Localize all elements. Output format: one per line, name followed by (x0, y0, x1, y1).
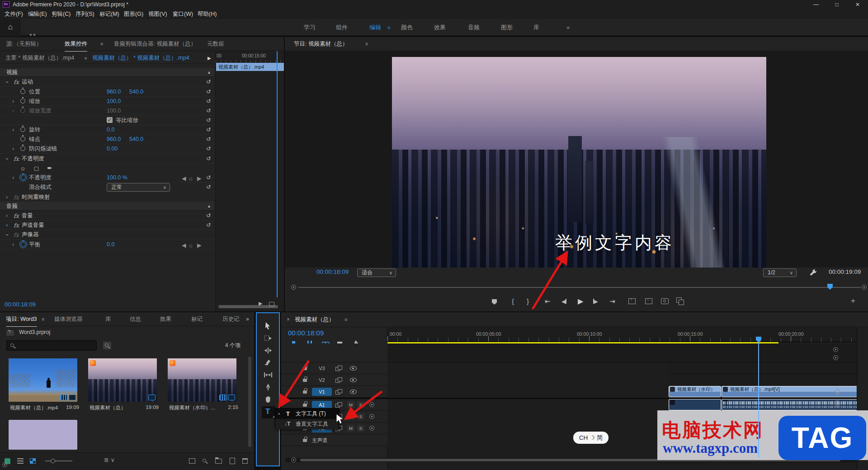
menu-item-type-tool[interactable]: ▪ T 文字工具 (T) (275, 409, 339, 419)
reset-icon[interactable]: ↺ (206, 183, 211, 192)
ec-row-balance[interactable]: › 平衡 0.0 ◀ ◇ ▶ (0, 240, 214, 249)
value-x[interactable]: 960.0 (107, 87, 121, 97)
watermark-video-clip[interactable]: 视频素材（水印） (669, 386, 721, 397)
trash-icon[interactable] (242, 458, 248, 464)
track-header-master[interactable]: 主声道 (281, 434, 387, 446)
tab-media-browser[interactable]: 媒体浏览器 (54, 312, 83, 326)
ec-mini-timeline[interactable]: 00 00:00:15:00 视频素材（总）.mp4 (215, 51, 284, 311)
ec-section-video[interactable]: 视频 ▲ (0, 68, 214, 77)
mark-in-icon[interactable]: { (512, 297, 514, 305)
search-input[interactable] (6, 340, 97, 351)
program-current-timecode[interactable]: 00:00:18:09 (316, 268, 349, 275)
reset-icon[interactable]: ↺ (206, 154, 211, 164)
chevron-down-icon[interactable]: ∨ (84, 52, 87, 64)
solo-button[interactable]: S (357, 413, 364, 420)
clip-thumbnail[interactable] (168, 358, 236, 402)
audio-badge-icon[interactable] (69, 395, 76, 400)
timeline-tab[interactable]: 视频素材（总） (295, 312, 335, 327)
project-root-icon[interactable]: ↰ (6, 330, 14, 336)
reset-icon[interactable]: ↺ (206, 221, 211, 230)
expander-icon[interactable]: › (6, 193, 8, 202)
sync-lock-icon[interactable] (335, 389, 342, 394)
extract-icon[interactable]: ↓ (645, 298, 652, 304)
effect-name[interactable]: 声道音量 (22, 221, 44, 230)
list-view-icon[interactable] (17, 458, 24, 464)
ripple-edit-tool[interactable] (257, 347, 279, 355)
tab-effects[interactable]: 效果 (160, 312, 171, 326)
pan-knob[interactable] (369, 402, 374, 407)
prev-keyframe-icon[interactable]: ◀ (182, 241, 186, 250)
ec-current-timecode[interactable]: 00:00:18:09 (5, 301, 36, 308)
add-keyframe-icon[interactable]: ◇ (189, 241, 193, 250)
expander-icon[interactable]: › (12, 173, 14, 183)
new-bin-icon[interactable] (215, 459, 222, 464)
workspace-tab-learn[interactable]: 学习 (304, 19, 316, 36)
pan-knob[interactable] (369, 426, 374, 431)
maximize-button[interactable]: □ (826, 0, 847, 9)
go-to-out-icon[interactable]: ⇥ (609, 297, 615, 306)
audio-badge-icon[interactable] (228, 395, 235, 400)
home-icon[interactable]: ⌂ (0, 19, 21, 36)
expander-icon[interactable]: › (2, 234, 12, 235)
add-marker-icon[interactable] (492, 298, 497, 306)
tab-libraries[interactable]: 库 (105, 312, 111, 326)
stopwatch-icon[interactable] (20, 127, 25, 132)
clip-name[interactable]: 视频素材（水印）... (169, 404, 215, 411)
reset-icon[interactable]: ↺ (206, 116, 211, 125)
expander-icon[interactable]: › (6, 211, 8, 221)
project-item-graphic[interactable] (9, 420, 77, 450)
mark-out-icon[interactable]: } (527, 297, 529, 305)
tab-markers[interactable]: 标记 (191, 312, 203, 326)
ellipse-mask-icon[interactable]: ○ (21, 164, 25, 173)
step-back-icon[interactable]: ◀ (561, 298, 566, 305)
project-root-name[interactable]: Word3.prproj (19, 329, 50, 335)
timeline-playhead-line[interactable] (758, 343, 759, 458)
track-label-v1-targeted[interactable]: V1 (312, 388, 332, 396)
value[interactable]: 0.0 (107, 125, 114, 135)
workspace-tab-assembly[interactable]: 组件 (336, 19, 348, 36)
stopwatch-icon[interactable] (20, 99, 25, 103)
selection-tool[interactable] (257, 322, 279, 331)
tab-info[interactable]: 信息 (130, 312, 141, 326)
step-forward-icon[interactable]: ▶ (593, 298, 598, 305)
slip-tool[interactable] (257, 371, 279, 380)
menu-view[interactable]: 视图(V) (148, 9, 167, 19)
pen-tool[interactable] (257, 384, 279, 392)
lift-icon[interactable]: ↑ (628, 298, 636, 304)
export-frame-icon[interactable] (661, 298, 669, 304)
prev-keyframe-icon[interactable]: ◀ (182, 174, 186, 183)
track-v3-content[interactable] (669, 362, 868, 374)
track-label-v2[interactable]: V2 (312, 376, 332, 384)
master-track-label[interactable]: 主声道 (312, 434, 328, 446)
v-scrollbar[interactable] (248, 357, 251, 447)
workspace-tab-menu-icon[interactable]: ≡ (387, 19, 390, 36)
lock-icon[interactable] (303, 390, 307, 394)
track-header-v1[interactable]: V1 (281, 386, 387, 398)
ec-row-opacity[interactable]: › 不透明度 100.0 % ◀ ◇ ▶ ↺ (0, 173, 214, 183)
ec-row-scale[interactable]: › 缩放 100.0 ↺ (0, 97, 214, 106)
play-button[interactable]: ▶ (578, 297, 583, 306)
workspace-tab-color[interactable]: 颜色 (401, 19, 413, 36)
menu-clip[interactable]: 剪辑(C) (52, 9, 71, 19)
menu-graphics[interactable]: 图形(G) (124, 9, 143, 19)
lock-icon[interactable] (303, 404, 307, 407)
checkbox-checked[interactable]: ✓ (107, 117, 113, 123)
blend-mode-dropdown[interactable]: 正常 ∨ (107, 183, 170, 192)
main-video-clip[interactable]: 视频素材（总）.mp4[V] (722, 386, 868, 397)
main-audio-clip[interactable] (722, 400, 868, 410)
sequence-name[interactable]: 视频素材（总） (90, 404, 126, 411)
scroll-knob[interactable] (833, 355, 838, 360)
sync-lock-icon[interactable] (335, 366, 342, 371)
sequence-thumbnail[interactable] (88, 358, 157, 402)
watermark-audio-clip[interactable] (669, 400, 721, 410)
scroll-knob[interactable] (833, 347, 838, 352)
value[interactable]: 100.0 % (107, 173, 127, 183)
toggle-track-output-icon[interactable] (350, 390, 357, 394)
reset-icon[interactable]: ↺ (206, 77, 211, 87)
value-y[interactable]: 540.0 (129, 87, 143, 97)
track-label-v3[interactable]: V3 (312, 364, 332, 372)
panel-menu-icon[interactable]: ≡ (344, 312, 347, 327)
find-icon[interactable] (203, 459, 206, 462)
ec-play-audio-icon[interactable]: ▶ (259, 301, 262, 306)
track-header-v2[interactable]: V2 (281, 374, 387, 386)
